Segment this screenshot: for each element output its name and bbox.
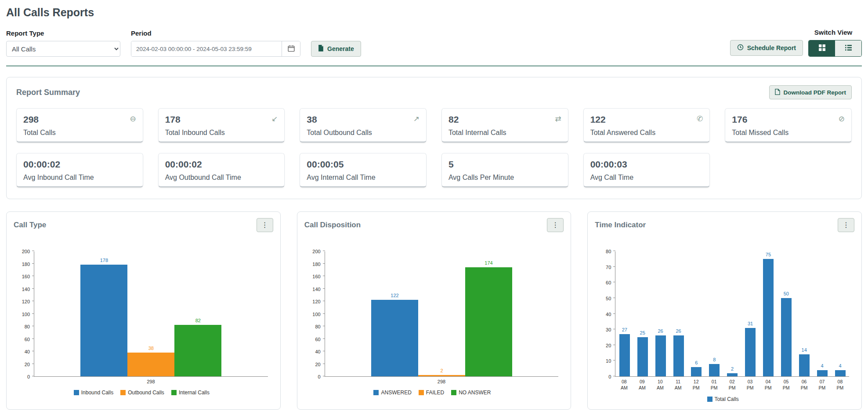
bar-slot: 75 [760,251,778,376]
y-tick-label: 120 [312,299,320,304]
y-tick-label: 100 [22,312,30,317]
y-axis: 01020304050607080 [597,251,615,377]
x-tick-label: 07PM [813,379,831,391]
call-type-menu-button[interactable]: ⋮ [257,218,273,232]
summary-cards-row2: 00:00:02 Avg Inbound Call Time 00:00:02 … [16,153,852,187]
plot-area: 0204060801001201401601802001222174 [306,244,559,377]
x-tick-label: 10AM [651,379,669,391]
bar: 2 [727,373,738,376]
summary-card: 298 ⊖ Total Calls [16,108,143,142]
summary-cards-row1: 298 ⊖ Total Calls 178 ↙ Total Inbound Ca… [16,108,852,142]
summary-card: 82 ⇄ Total Internal Calls [441,108,568,142]
y-tick-label: 180 [22,262,30,267]
x-axis-labels: 08AM09AM10AM11AM12PM01PM02PM03PM04PM05PM… [615,379,849,391]
y-tick-mark [323,301,325,301]
legend-item: ANSWERED [373,390,411,396]
bar: 50 [781,298,792,376]
stat-value: 00:00:02 [165,159,202,170]
y-tick-mark [32,251,34,251]
y-tick-mark [613,298,615,298]
y-tick-mark [32,351,34,351]
y-tick-mark [32,263,34,264]
summary-card: 38 ↗ Total Outbound Calls [300,108,427,142]
y-tick-label: 140 [22,287,30,292]
bar-value-label: 4 [826,363,854,368]
schedule-report-label: Schedule Report [747,44,796,51]
y-tick-mark [32,326,34,326]
report-type-select[interactable]: All Calls [6,41,120,57]
schedule-report-button[interactable]: Schedule Report [730,40,803,56]
time-indicator-menu-button[interactable]: ⋮ [838,218,854,232]
legend-item: NO ANSWER [451,390,491,396]
view-tools: Switch View Schedule Report [730,29,862,57]
plot: 1222174 [325,251,559,377]
plot-area: 01020304050607080272526266823175501444 [597,244,849,377]
x-tick-label: 06PM [795,379,813,391]
call-disposition-menu-button[interactable]: ⋮ [547,218,564,232]
period-input[interactable] [131,41,282,56]
bar: 178 [80,265,127,376]
report-type-label: Report Type [6,29,120,37]
y-tick-label: 200 [22,249,30,254]
y-tick-mark [32,313,34,314]
legend-label: NO ANSWER [459,390,491,396]
y-tick-label: 100 [312,312,320,317]
bar: 25 [637,337,648,376]
divider [6,66,862,66]
y-tick-label: 60 [315,337,320,342]
bar: 31 [745,328,756,376]
bar-value-label: 174 [456,260,521,266]
summary-card: 5 Avg Calls Per Minute [441,153,568,187]
bar: 4 [817,370,828,376]
y-tick-label: 60 [606,280,611,285]
stat-label: Total Inbound Calls [165,129,278,137]
y-tick-mark [613,251,615,251]
x-tick-label: 04PM [759,379,777,391]
legend-item: Total Calls [707,396,739,402]
bar-value-label: 178 [72,258,136,263]
y-tick-label: 160 [312,274,320,279]
stat-label: Total Missed Calls [732,129,845,137]
all-calls-reports-page: All Calls Reports Report Type All Calls … [0,0,868,415]
time-indicator-panel: Time Indicator ⋮ 01020304050607080272526… [587,211,862,410]
list-view-button[interactable] [835,40,861,56]
period-field: Period [131,29,300,57]
bar-group: 1222174 [371,251,512,376]
y-tick-mark [323,351,325,351]
y-tick-mark [613,345,615,345]
download-pdf-button[interactable]: Download PDF Report [769,85,852,99]
stat-value: 122 [590,114,606,125]
legend-swatch [171,390,177,395]
call-disposition-panel: Call Disposition ⋮ 020406080100120140160… [297,211,571,410]
y-tick-mark [323,339,325,339]
calendar-icon [288,45,295,53]
x-tick-label: 08AM [615,379,633,391]
pdf-file-icon [775,89,780,96]
legend-label: FAILED [426,390,444,396]
plot-area: 0204060801001201401601802001783882 [15,244,268,377]
bar: 26 [673,335,684,376]
y-tick-mark [32,376,34,376]
report-file-icon [318,45,324,53]
bar-slot: 31 [741,251,760,376]
calendar-button[interactable] [282,41,300,56]
call-type-chart: 0204060801001201401601802001783882298Inb… [14,241,273,396]
y-tick-label: 80 [315,324,320,329]
legend-swatch [120,390,126,395]
y-tick-label: 20 [25,362,30,367]
grid-view-button[interactable] [809,40,835,56]
legend-swatch [451,390,456,395]
list-view-icon [845,44,852,52]
x-axis-labels: 298 [325,379,559,384]
bar-group: 1783882 [80,251,221,376]
generate-button[interactable]: Generate [311,41,361,57]
summary-card: 00:00:03 Avg Call Time [583,153,710,187]
summary-card: 122 ✆ Total Answered Calls [583,108,710,142]
summary-card: 00:00:02 Avg Inbound Call Time [16,153,143,187]
y-tick-label: 0 [318,374,321,379]
plot: 1783882 [34,251,268,377]
outbound-calls-icon: ↗ [413,115,420,123]
y-tick-label: 80 [606,249,611,254]
generate-button-label: Generate [327,45,354,52]
bar-value-label: 2 [718,366,746,371]
